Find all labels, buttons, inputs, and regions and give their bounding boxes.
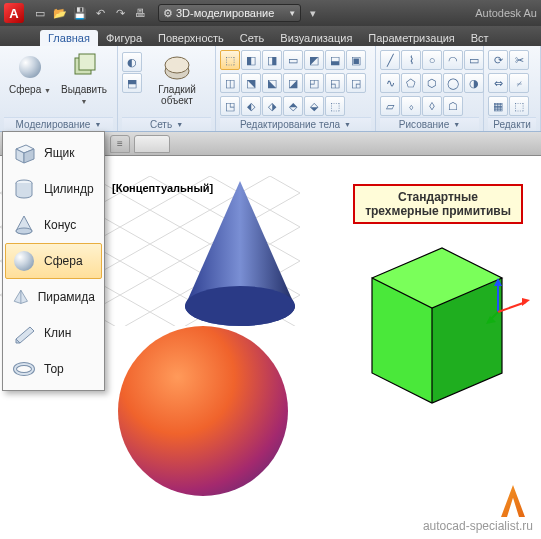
edit-15[interactable]: ⬘: [283, 96, 303, 116]
cone-primitive: [175, 176, 305, 341]
mesh-tool-2[interactable]: ⬒: [122, 73, 142, 93]
extrude-icon: [68, 51, 100, 83]
qat-save-icon[interactable]: 💾: [72, 5, 88, 21]
dropdown-item-box[interactable]: Ящик: [5, 135, 102, 171]
panel-mesh: ◐ ⬒ Гладкий объект Сеть▼: [118, 46, 216, 131]
tab-figure[interactable]: Фигура: [98, 30, 150, 46]
tab-parametric[interactable]: Параметризация: [360, 30, 462, 46]
edit-2[interactable]: ◩: [304, 50, 324, 70]
panel-modeling-title[interactable]: Моделирование▼: [4, 117, 113, 131]
draw-8[interactable]: ⬡: [422, 73, 442, 93]
tab-mesh[interactable]: Сеть: [232, 30, 272, 46]
dropdown-item-pyramid[interactable]: Пирамида: [5, 279, 102, 315]
dropdown-label: Пирамида: [38, 290, 95, 304]
chevron-down-icon: ▼: [44, 87, 51, 94]
line-button[interactable]: ╱: [380, 50, 400, 70]
subtract-button[interactable]: ◧: [241, 50, 261, 70]
chevron-down-icon: ▼: [453, 121, 460, 128]
torus-icon: [12, 357, 36, 381]
dropdown-label: Конус: [44, 218, 76, 232]
mesh-tool-1[interactable]: ◐: [122, 52, 142, 72]
qat-undo-icon[interactable]: ↶: [92, 5, 108, 21]
sphere-icon: [14, 51, 46, 83]
gear-icon: ⚙: [163, 7, 173, 20]
dropdown-item-cone[interactable]: Конус: [5, 207, 102, 243]
cylinder-icon: [12, 177, 36, 201]
tab-visualize[interactable]: Визуализация: [272, 30, 360, 46]
mod-3[interactable]: ⇔: [488, 73, 508, 93]
watermark-logo-icon: [493, 485, 533, 517]
doc-tab-menu[interactable]: ≡: [110, 135, 130, 153]
edit-3[interactable]: ⬓: [325, 50, 345, 70]
intersect-button[interactable]: ◨: [262, 50, 282, 70]
cone-icon: [12, 213, 36, 237]
title-bar: A ▭ 📂 💾 ↶ ↷ 🖶 ⚙ 3D-моделирование ▼ ▾ Aut…: [0, 0, 541, 26]
circle-button[interactable]: ○: [422, 50, 442, 70]
edit-14[interactable]: ⬗: [262, 96, 282, 116]
dropdown-item-sphere[interactable]: Сфера: [5, 243, 102, 279]
draw-7[interactable]: ⬠: [401, 73, 421, 93]
tab-home[interactable]: Главная: [40, 30, 98, 46]
svg-marker-15: [486, 316, 496, 324]
sphere-button[interactable]: Сфера ▼: [4, 48, 56, 99]
draw-12[interactable]: ⬨: [401, 96, 421, 116]
edit-17[interactable]: ⬚: [325, 96, 345, 116]
app-title: Autodesk Au: [475, 7, 537, 19]
qat-dropdown-icon[interactable]: ▾: [305, 5, 321, 21]
edit-16[interactable]: ⬙: [304, 96, 324, 116]
arc-button[interactable]: ◠: [443, 50, 463, 70]
mod-4[interactable]: ⌿: [509, 73, 529, 93]
svg-point-3: [165, 57, 189, 73]
sphere-label: Сфера: [9, 84, 41, 95]
panel-solid-edit: ⬚ ◧ ◨ ▭ ◩ ⬓ ▣ ◫ ⬔ ⬕ ◪ ◰ ◱ ◲ ◳ ⬖ ⬗ ⬘: [216, 46, 376, 131]
mod-5[interactable]: ▦: [488, 96, 508, 116]
panel-solid-edit-title[interactable]: Редактирование тела▼: [220, 117, 371, 131]
workspace-selector[interactable]: ⚙ 3D-моделирование ▼: [158, 4, 301, 22]
edit-9[interactable]: ◰: [304, 73, 324, 93]
dropdown-item-cylinder[interactable]: Цилиндр: [5, 171, 102, 207]
edit-1[interactable]: ▭: [283, 50, 303, 70]
qat-open-icon[interactable]: 📂: [52, 5, 68, 21]
edit-10[interactable]: ◱: [325, 73, 345, 93]
draw-9[interactable]: ◯: [443, 73, 463, 93]
chevron-down-icon: ▼: [81, 98, 88, 105]
ribbon-tabs: Главная Фигура Поверхность Сеть Визуализ…: [0, 26, 541, 46]
qat-new-icon[interactable]: ▭: [32, 5, 48, 21]
draw-6[interactable]: ∿: [380, 73, 400, 93]
edit-8[interactable]: ◪: [283, 73, 303, 93]
pline-button[interactable]: ⌇: [401, 50, 421, 70]
smooth-object-button[interactable]: Гладкий объект: [144, 48, 210, 109]
panel-modify-title[interactable]: Редакти: [488, 117, 536, 131]
app-menu-button[interactable]: A: [4, 3, 24, 23]
doc-tab-1[interactable]: [134, 135, 170, 153]
dropdown-item-wedge[interactable]: Клин: [5, 315, 102, 351]
edit-13[interactable]: ⬖: [241, 96, 261, 116]
edit-11[interactable]: ◲: [346, 73, 366, 93]
panel-mesh-title[interactable]: Сеть▼: [122, 117, 211, 131]
qat-redo-icon[interactable]: ↷: [112, 5, 128, 21]
edit-5[interactable]: ◫: [220, 73, 240, 93]
edit-4[interactable]: ▣: [346, 50, 366, 70]
extrude-button[interactable]: Выдавить ▼: [58, 48, 110, 110]
ucs-gizmo-icon[interactable]: [486, 278, 532, 324]
tab-insert[interactable]: Вст: [463, 30, 497, 46]
rect-button[interactable]: ▭: [464, 50, 484, 70]
panel-modeling: Сфера ▼ Выдавить ▼ Моделирование▼: [0, 46, 118, 131]
qat-print-icon[interactable]: 🖶: [132, 5, 148, 21]
union-button[interactable]: ⬚: [220, 50, 240, 70]
tab-surface[interactable]: Поверхность: [150, 30, 232, 46]
svg-rect-1: [79, 54, 95, 70]
dropdown-item-torus[interactable]: Тор: [5, 351, 102, 387]
mod-2[interactable]: ✂: [509, 50, 529, 70]
draw-10[interactable]: ◑: [464, 73, 484, 93]
draw-13[interactable]: ◊: [422, 96, 442, 116]
edit-7[interactable]: ⬕: [262, 73, 282, 93]
edit-6[interactable]: ⬔: [241, 73, 261, 93]
draw-14[interactable]: ☖: [443, 96, 463, 116]
panel-draw-title[interactable]: Рисование▼: [380, 117, 479, 131]
draw-11[interactable]: ▱: [380, 96, 400, 116]
mod-1[interactable]: ⟳: [488, 50, 508, 70]
workspace-label: 3D-моделирование: [176, 7, 274, 19]
edit-12[interactable]: ◳: [220, 96, 240, 116]
mod-6[interactable]: ⬚: [509, 96, 529, 116]
